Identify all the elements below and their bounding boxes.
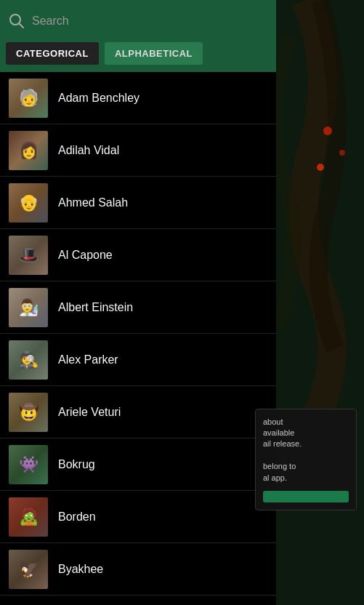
- character-item-adam-benchley[interactable]: 🧓Adam Benchley: [0, 72, 276, 124]
- tab-bar: CATEGORICAL ALPHABETICAL: [0, 42, 276, 72]
- popup-action-button[interactable]: [263, 491, 349, 502]
- svg-point-3: [317, 164, 324, 171]
- character-name-alex-parker: Alex Parker: [58, 353, 118, 366]
- svg-line-5: [20, 24, 24, 28]
- popup-card: about available ail release. belong to a…: [255, 409, 357, 510]
- character-avatar-bokrug: 👾: [9, 445, 48, 484]
- character-name-al-capone: Al Capone: [58, 249, 113, 262]
- search-icon: [9, 13, 25, 29]
- character-avatar-ariele-veturi: 🤠: [9, 393, 48, 432]
- tab-categorical[interactable]: CATEGORICAL: [6, 42, 99, 65]
- character-avatar-albert-einstein: 👨‍🔬: [9, 288, 48, 327]
- character-avatar-ahmed-salah: 👴: [9, 183, 48, 223]
- character-name-albert-einstein: Albert Einstein: [58, 301, 133, 314]
- popup-text: about available ail release. belong to a…: [263, 417, 349, 484]
- svg-point-2: [339, 150, 345, 156]
- character-item-byakhee[interactable]: 🦅Byakhee: [0, 543, 276, 596]
- character-item-al-capone[interactable]: 🎩Al Capone: [0, 229, 276, 281]
- character-list: 🧓Adam Benchley👩Adilah Vidal👴Ahmed Salah🎩…: [0, 72, 276, 605]
- character-avatar-adilah-vidal: 👩: [9, 131, 48, 170]
- character-item-alex-parker[interactable]: 🕵️Alex Parker: [0, 334, 276, 386]
- character-item-borden[interactable]: 🧟Borden: [0, 491, 276, 543]
- character-name-byakhee: Byakhee: [58, 563, 103, 576]
- character-avatar-alex-parker: 🕵️: [9, 340, 48, 380]
- character-item-bokrug[interactable]: 👾Bokrug: [0, 438, 276, 491]
- svg-point-1: [323, 127, 332, 135]
- tab-alphabetical[interactable]: ALPHABETICAL: [105, 42, 203, 65]
- main-panel: CATEGORICAL ALPHABETICAL 🧓Adam Benchley👩…: [0, 0, 276, 605]
- character-item-adilah-vidal[interactable]: 👩Adilah Vidal: [0, 124, 276, 177]
- character-name-adilah-vidal: Adilah Vidal: [58, 144, 119, 157]
- character-avatar-adam-benchley: 🧓: [9, 79, 48, 118]
- search-bar: [0, 0, 276, 42]
- character-avatar-borden: 🧟: [9, 497, 48, 537]
- character-name-bokrug: Bokrug: [58, 458, 95, 471]
- character-name-ariele-veturi: Ariele Veturi: [58, 406, 121, 419]
- character-avatar-al-capone: 🎩: [9, 236, 48, 275]
- character-avatar-byakhee: 🦅: [9, 550, 48, 589]
- character-name-ahmed-salah: Ahmed Salah: [58, 196, 128, 209]
- character-item-ariele-veturi[interactable]: 🤠Ariele Veturi: [0, 386, 276, 438]
- character-item-albert-einstein[interactable]: 👨‍🔬Albert Einstein: [0, 281, 276, 334]
- character-name-adam-benchley: Adam Benchley: [58, 92, 139, 105]
- search-input[interactable]: [32, 15, 267, 28]
- character-item-ahmed-salah[interactable]: 👴Ahmed Salah: [0, 177, 276, 229]
- character-name-borden: Borden: [58, 510, 96, 524]
